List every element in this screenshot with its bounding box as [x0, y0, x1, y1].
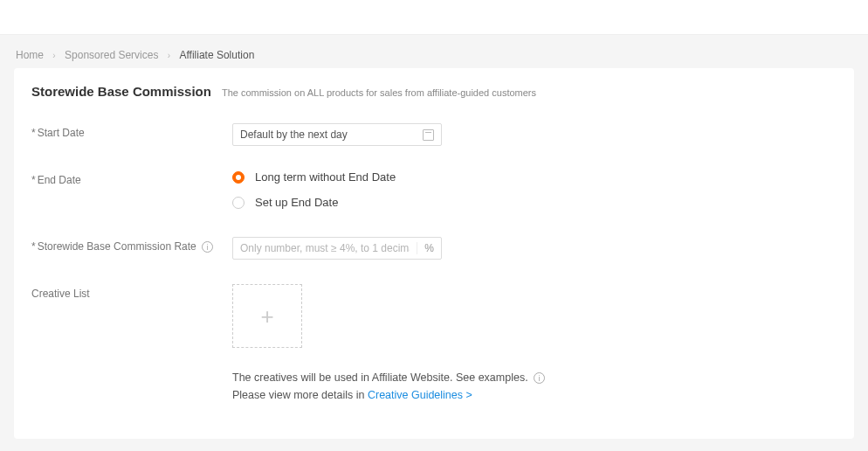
rate-suffix: % [417, 242, 441, 254]
commission-rate-input[interactable]: % [232, 237, 442, 260]
creative-list-label: Creative List [31, 284, 232, 300]
rate-row: *Storewide Base Commission Rate i % [31, 237, 837, 260]
breadcrumb-home[interactable]: Home [16, 49, 44, 61]
card-subtitle: The commission on ALL products for sales… [222, 87, 536, 98]
info-icon[interactable]: i [534, 372, 545, 384]
start-date-value: Default by the next day [240, 128, 348, 141]
creative-list-row: Creative List + The creatives will be us… [31, 284, 837, 404]
radio-setup-label: Set up End Date [255, 196, 338, 209]
radio-icon [232, 197, 245, 209]
rate-field[interactable] [233, 242, 417, 254]
end-date-row: *End Date Long term without End Date Set… [31, 170, 837, 221]
radio-long-term-label: Long term without End Date [255, 170, 396, 184]
rate-label: *Storewide Base Commission Rate i [31, 237, 232, 253]
breadcrumb-current: Affiliate Solution [179, 49, 254, 61]
info-icon[interactable]: i [202, 241, 213, 253]
upload-creative-button[interactable]: + [232, 284, 302, 348]
radio-setup-end-date[interactable]: Set up End Date [232, 196, 396, 209]
end-date-label: *End Date [31, 170, 232, 186]
card-title: Storewide Base Commission [31, 84, 211, 99]
breadcrumb-sponsored[interactable]: Sponsored Services [65, 49, 158, 61]
start-date-input[interactable]: Default by the next day [232, 123, 442, 146]
plus-icon: + [260, 305, 273, 328]
radio-icon [232, 171, 245, 184]
creative-note: The creatives will be used in Affiliate … [232, 369, 545, 404]
breadcrumb: Home › Sponsored Services › Affiliate So… [0, 35, 868, 68]
start-date-row: *Start Date Default by the next day [31, 123, 837, 146]
chevron-right-icon: › [52, 51, 55, 60]
start-date-label: *Start Date [31, 123, 232, 139]
chevron-right-icon: › [168, 51, 170, 60]
creative-guidelines-link[interactable]: Creative Guidelines > [368, 389, 472, 401]
commission-card: Storewide Base Commission The commission… [14, 68, 854, 439]
radio-long-term[interactable]: Long term without End Date [232, 170, 396, 184]
top-bar [0, 0, 868, 35]
calendar-icon [423, 129, 434, 141]
card-header: Storewide Base Commission The commission… [31, 84, 837, 99]
